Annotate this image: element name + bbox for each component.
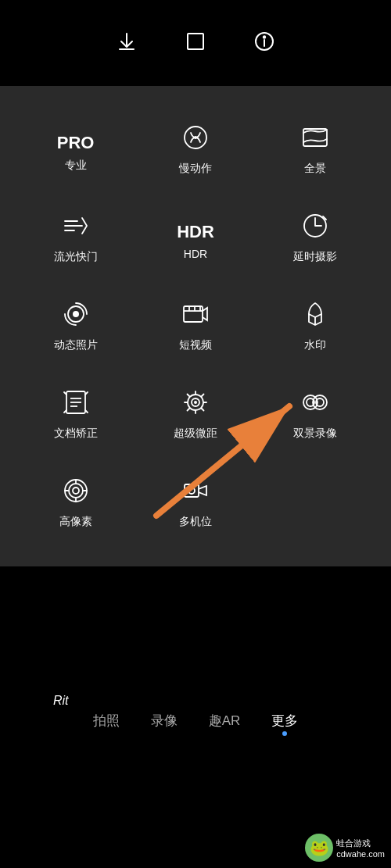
lighttrail-icon <box>62 212 90 244</box>
hdr-label: HDR <box>184 248 207 260</box>
watermark-badge: 🐸 蛙合游戏 cdwahe.com <box>305 834 385 862</box>
svg-point-11 <box>73 311 79 317</box>
edit-icon[interactable] <box>185 30 206 55</box>
tab-ar[interactable]: 趣AR <box>209 712 241 730</box>
menu-grid: PRO 专业 慢动作 <box>16 109 375 543</box>
svg-point-24 <box>194 401 197 404</box>
svg-point-31 <box>73 488 79 494</box>
multiangle-label: 多机位 <box>179 515 212 529</box>
menu-item-watermark[interactable]: 水印 <box>256 286 375 366</box>
watermark-icon <box>301 300 329 332</box>
tab-video[interactable]: 录像 <box>151 712 178 730</box>
duallens-label: 双景录像 <box>293 427 337 441</box>
shortvideo-label: 短视频 <box>179 338 212 352</box>
badge-site-label: 蛙合游戏 <box>336 838 385 849</box>
menu-item-supermacro[interactable]: 超级微距 <box>135 374 255 455</box>
lighttrail-label: 流光快门 <box>54 250 98 264</box>
multiangle-icon <box>181 477 210 509</box>
svg-point-30 <box>69 484 83 498</box>
menu-item-pro[interactable]: PRO 专业 <box>16 109 135 190</box>
timelapse-label: 延时摄影 <box>293 250 337 264</box>
tab-more[interactable]: 更多 <box>271 712 298 730</box>
highpixel-label: 高像素 <box>59 515 92 529</box>
watermark-label: 水印 <box>304 338 326 352</box>
supermacro-icon <box>181 388 210 420</box>
svg-rect-32 <box>185 484 199 497</box>
panorama-icon <box>301 123 329 155</box>
hdr-icon: HDR <box>177 216 214 241</box>
menu-item-hdr[interactable]: HDR HDR <box>135 198 255 278</box>
info-icon[interactable] <box>253 30 275 55</box>
slowmotion-label: 慢动作 <box>179 162 212 176</box>
duallens-icon <box>301 388 329 420</box>
menu-item-shortvideo[interactable]: 短视频 <box>135 286 255 366</box>
pro-icon: PRO <box>57 127 95 152</box>
slowmotion-icon <box>181 123 210 155</box>
menu-item-slowmotion[interactable]: 慢动作 <box>135 109 255 190</box>
tab-photo[interactable]: 拍照 <box>93 712 120 730</box>
livephoto-icon <box>62 300 90 332</box>
menu-item-multiangle[interactable]: 多机位 <box>135 463 255 543</box>
menu-item-highpixel[interactable]: 高像素 <box>16 463 135 543</box>
svg-point-4 <box>194 136 197 139</box>
docfix-icon <box>62 388 90 420</box>
svg-rect-0 <box>188 34 203 49</box>
svg-point-2 <box>264 36 265 38</box>
rit-label: Rit <box>53 694 69 708</box>
supermacro-label: 超级微距 <box>174 427 217 441</box>
menu-item-panorama[interactable]: 全景 <box>256 109 375 190</box>
nav-tabs: 拍照 录像 趣AR 更多 <box>93 688 299 730</box>
svg-point-33 <box>188 488 195 494</box>
menu-item-lighttrail[interactable]: 流光快门 <box>16 198 135 278</box>
badge-site: cdwahe.com <box>336 849 385 859</box>
bottom-nav: 拍照 录像 趣AR 更多 🐸 蛙合游戏 cdwahe.com <box>0 688 391 868</box>
shortvideo-icon <box>181 300 210 332</box>
docfix-label: 文档矫正 <box>54 427 98 441</box>
pro-label: 专业 <box>65 159 87 173</box>
download-icon[interactable] <box>116 30 138 55</box>
timelapse-icon <box>301 212 329 244</box>
menu-item-duallens[interactable]: 双景录像 <box>256 374 375 455</box>
livephoto-label: 动态照片 <box>54 338 98 352</box>
menu-item-livephoto[interactable]: 动态照片 <box>16 286 135 366</box>
menu-item-docfix[interactable]: 文档矫正 <box>16 374 135 455</box>
menu-area: PRO 专业 慢动作 <box>0 86 391 566</box>
menu-item-timelapse[interactable]: 延时摄影 <box>256 198 375 278</box>
top-bar <box>0 0 391 86</box>
panorama-label: 全景 <box>304 162 326 176</box>
badge-logo: 🐸 <box>305 834 333 862</box>
highpixel-icon <box>62 477 90 509</box>
